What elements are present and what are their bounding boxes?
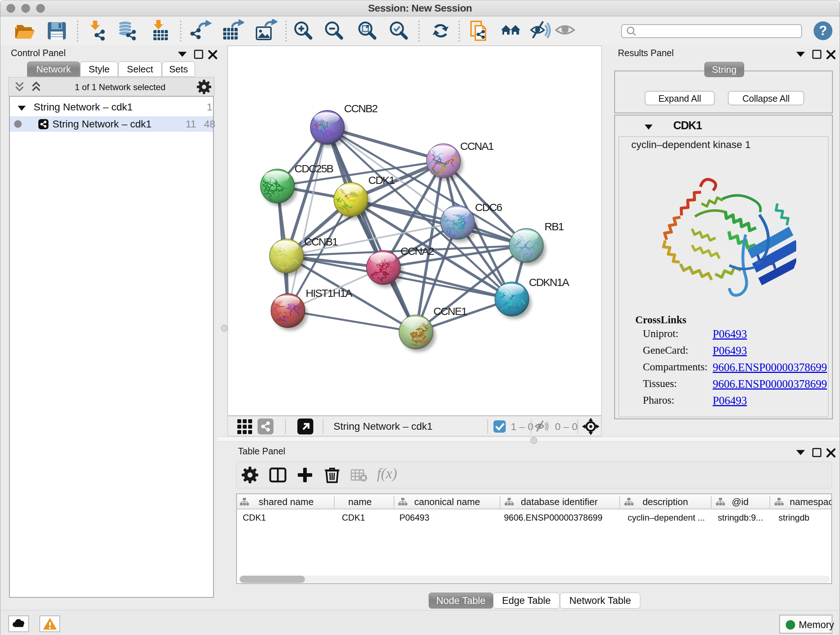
svg-text:CDC6: CDC6 xyxy=(475,201,502,213)
svg-text:RB1: RB1 xyxy=(545,220,564,233)
svg-text:CCNA2: CCNA2 xyxy=(401,245,434,257)
svg-text:?: ? xyxy=(819,23,827,38)
svg-text:CCNB1: CCNB1 xyxy=(304,236,338,248)
svg-text:CDKN1A: CDKN1A xyxy=(529,276,569,288)
svg-text:CDK1: CDK1 xyxy=(368,174,395,186)
svg-text:HIST1H1A: HIST1H1A xyxy=(306,287,352,299)
svg-text:CDC25B: CDC25B xyxy=(294,163,333,174)
svg-text:CCNA1: CCNA1 xyxy=(460,140,494,152)
svg-text:CCNB2: CCNB2 xyxy=(344,103,378,114)
svg-text:CCNE1: CCNE1 xyxy=(433,305,467,317)
